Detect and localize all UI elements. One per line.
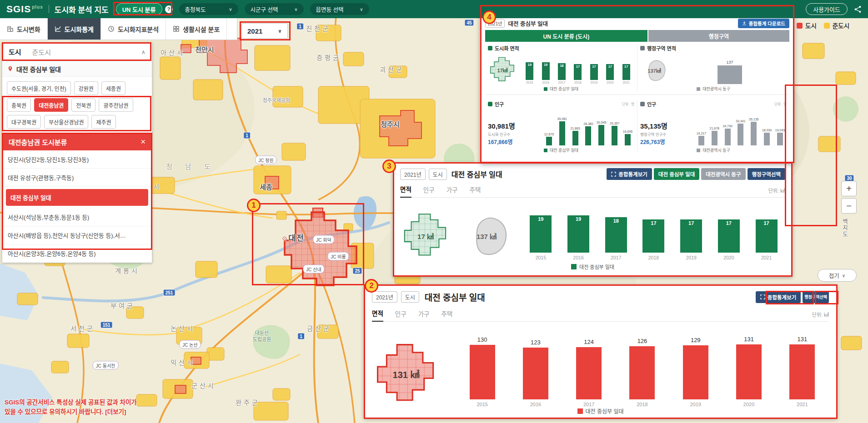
chart-column: 1312021: [789, 326, 815, 407]
region-button[interactable]: 광주전남권: [99, 98, 133, 112]
analysis-toolbar: 도시변화 도시화통계 도시화지표분석 생활시설 분포: [0, 18, 237, 40]
chart-bar: [789, 344, 815, 399]
region-button[interactable]: 강원권: [74, 81, 98, 95]
area-bar-chart: 1920151920161820171720181720191720201720…: [522, 201, 785, 260]
download-button[interactable]: 종합통계 다운로드: [738, 19, 789, 28]
region-button[interactable]: 수도권(서울, 경기, 인천): [7, 81, 71, 95]
admin-district-toggle-button[interactable]: 대전광역시 동구: [701, 168, 745, 180]
region-button[interactable]: 대구경북권: [7, 115, 41, 129]
province-select[interactable]: 충청북도 ∨: [179, 3, 238, 15]
legend-swatch: [571, 264, 577, 269]
tab-facility-distribution[interactable]: 생활시설 분포: [166, 18, 227, 40]
city-classification-item[interactable]: 아산시(온양3동,온양6동,온양4동 등): [2, 244, 152, 263]
region-button[interactable]: 대전충남권: [34, 98, 68, 112]
urban-area-shape: 17 ㎢: [400, 211, 451, 260]
share-icon[interactable]: [854, 5, 862, 13]
map-label: 부여군: [110, 301, 135, 310]
legend-item: 도시: [797, 21, 817, 30]
chart-value-label: 29,357: [610, 122, 619, 125]
un-classification-button[interactable]: UN 도시 분류: [116, 3, 162, 15]
help-icon[interactable]: ?: [165, 5, 173, 13]
region-button[interactable]: 전북권: [71, 98, 95, 112]
chart-column: 14,217: [697, 113, 706, 145]
chart-column: 172018: [574, 55, 582, 84]
region-button[interactable]: 제주권: [91, 115, 115, 129]
legend-swatch: [697, 149, 700, 152]
facility-icon: [173, 25, 180, 32]
tab-urbanization-stats[interactable]: 도시화통계: [48, 18, 101, 40]
open-stats-button[interactable]: 종합통계보기: [756, 291, 801, 303]
region-button[interactable]: 세종권: [101, 81, 125, 95]
chart-bar: [725, 129, 731, 145]
city-classification-item[interactable]: 아산시(배방읍 등),천안시 동남구(신안동 등),서…: [2, 226, 152, 244]
chart-value-label: 131: [797, 336, 807, 343]
zoom-in-button[interactable]: +: [841, 181, 857, 196]
sgis-logo[interactable]: SGISplus: [6, 4, 43, 15]
chart-x-label: 2017: [611, 255, 621, 260]
city-classification-item[interactable]: 대전 중심부 일대: [6, 189, 148, 206]
road-shield: 151: [100, 322, 113, 328]
chart-bar: 19: [542, 62, 550, 80]
panel-title: 대전 중심부 일대: [452, 169, 502, 179]
panel-title: 대전 중심부 일대: [425, 291, 485, 303]
town-select[interactable]: 읍면동 선택 ∨: [310, 3, 369, 15]
chart-value-label: 19,043: [775, 129, 785, 132]
city-classification-item[interactable]: 서산시(석남동,부춘동,동문1동 등): [2, 208, 152, 226]
chart-column: 192016: [542, 55, 550, 84]
disclaimer-line[interactable]: 있을 수 있으므로 유의하시기 바랍니다. [더보기]: [5, 408, 137, 417]
chart-legend: 대전광역시 동구: [640, 86, 787, 92]
chart-column: 28,380: [583, 113, 593, 145]
tab-population[interactable]: 인구: [423, 185, 435, 197]
tab-housing[interactable]: 주택: [442, 309, 453, 321]
map-label: 괴산군: [380, 65, 404, 74]
tab-un-classification[interactable]: UN 도시 분류 (도시): [485, 30, 647, 42]
legend-label: 대전광역시 동구: [702, 86, 730, 92]
chart-value-label: 137: [726, 60, 733, 65]
tab-admin-district[interactable]: 행정구역: [648, 30, 789, 42]
select-admin-district-button[interactable]: 행정구역선택: [803, 291, 829, 303]
chevron-down-icon: ∨: [842, 273, 845, 278]
chart-value-label: 18: [613, 218, 619, 224]
chart-x-label: 2020: [723, 255, 734, 260]
city-classification-item[interactable]: 당진시(당진2동,당진1동,당진3동): [2, 150, 152, 169]
map-label: 완주군: [236, 398, 260, 407]
sidebar: 도시 준도시 ∧ 대전 중심부 일대 수도권(서울, 경기, 인천)강원권세종권…: [2, 43, 152, 263]
select-admin-district-button[interactable]: 행정구역선택: [748, 168, 785, 180]
chart-column: 32,441: [736, 113, 745, 145]
close-icon[interactable]: ×: [140, 137, 146, 147]
legend-label: 대전광역시 동구: [702, 147, 730, 153]
district-select[interactable]: 시군구 선택 ∨: [245, 3, 304, 15]
area-icon: [640, 46, 645, 50]
panel3-tabs: 면적 인구 가구 주택 단위: ㎢: [400, 184, 785, 198]
tab-city-change[interactable]: 도시변화: [0, 18, 48, 40]
user-guide-button[interactable]: 사용가이드: [806, 3, 848, 15]
stats-icon: [55, 25, 61, 32]
tab-housing[interactable]: 주택: [470, 185, 481, 197]
chart-bar: [736, 344, 762, 399]
tab-area[interactable]: 면적: [372, 309, 383, 322]
tab-household[interactable]: 가구: [447, 185, 458, 197]
tab-household[interactable]: 가구: [418, 309, 430, 321]
chart-x-label: 2018: [574, 81, 582, 84]
chart-x-label: 2018: [637, 402, 647, 407]
collapse-panel-button[interactable]: 접기 ∨: [818, 269, 857, 282]
chevron-up-icon[interactable]: ∧: [141, 49, 146, 55]
chart-bar: [777, 133, 783, 145]
tab-population[interactable]: 인구: [395, 309, 406, 321]
year-select[interactable]: 2021 ∨: [241, 23, 288, 39]
tab-indicator-analysis[interactable]: 도시화지표분석: [101, 18, 166, 40]
legend-swatch: [544, 87, 547, 91]
population-total: 226,763명: [640, 138, 691, 145]
sidebar-tab-quasi-urban[interactable]: 준도시: [32, 43, 51, 61]
region-button[interactable]: 부산울산경남권: [44, 115, 88, 129]
sidebar-tab-urban[interactable]: 도시: [9, 43, 21, 61]
chart-bar: [576, 347, 602, 399]
urban-area-toggle-button[interactable]: 대전 중심부 일대: [654, 168, 699, 180]
zoom-out-button[interactable]: −: [841, 198, 857, 214]
chart-bar: [585, 126, 591, 145]
region-button[interactable]: 충북권: [7, 98, 31, 112]
city-classification-item[interactable]: 대전 유성구(관평동,구즉동): [2, 169, 152, 187]
divider: [485, 95, 789, 95]
open-stats-button[interactable]: 종합통계보기: [607, 168, 652, 180]
tab-area[interactable]: 면적: [400, 184, 411, 198]
